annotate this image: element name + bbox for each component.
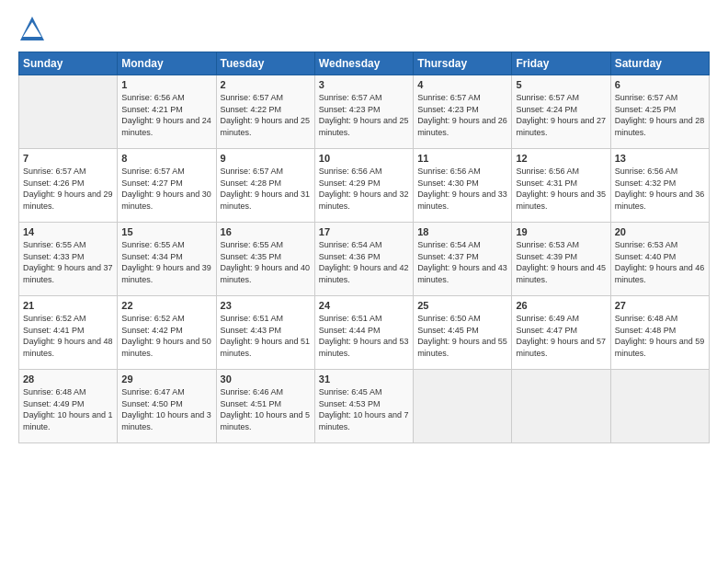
calendar-body: 1Sunrise: 6:56 AMSunset: 4:21 PMDaylight…: [19, 75, 710, 443]
header: [18, 15, 710, 42]
cell-inner: 2Sunrise: 6:57 AMSunset: 4:22 PMDaylight…: [221, 79, 311, 138]
cell-inner: 30Sunrise: 6:46 AMSunset: 4:51 PMDayligh…: [221, 373, 311, 432]
cell-info: Sunrise: 6:51 AMSunset: 4:44 PMDaylight:…: [319, 313, 409, 359]
calendar-cell: 29Sunrise: 6:47 AMSunset: 4:50 PMDayligh…: [118, 370, 216, 443]
cell-info: Sunrise: 6:54 AMSunset: 4:36 PMDaylight:…: [319, 239, 409, 285]
cell-info: Sunrise: 6:56 AMSunset: 4:29 PMDaylight:…: [319, 166, 409, 212]
cell-info: Sunrise: 6:54 AMSunset: 4:37 PMDaylight:…: [417, 239, 507, 285]
calendar-cell: 1Sunrise: 6:56 AMSunset: 4:21 PMDaylight…: [118, 75, 216, 149]
cell-info: Sunrise: 6:56 AMSunset: 4:30 PMDaylight:…: [417, 166, 507, 212]
cell-inner: 11Sunrise: 6:56 AMSunset: 4:30 PMDayligh…: [417, 153, 507, 212]
day-number: 4: [417, 79, 507, 90]
weekday-header-tuesday: Tuesday: [216, 52, 314, 75]
calendar-cell: [610, 370, 709, 443]
calendar-cell: 11Sunrise: 6:56 AMSunset: 4:30 PMDayligh…: [414, 149, 512, 223]
day-number: 30: [221, 373, 311, 385]
calendar-cell: 2Sunrise: 6:57 AMSunset: 4:22 PMDaylight…: [216, 75, 314, 149]
cell-info: Sunrise: 6:55 AMSunset: 4:35 PMDaylight:…: [221, 239, 311, 285]
calendar-table: SundayMondayTuesdayWednesdayThursdayFrid…: [18, 52, 710, 443]
cell-info: Sunrise: 6:47 AMSunset: 4:50 PMDaylight:…: [121, 386, 211, 432]
cell-info: Sunrise: 6:52 AMSunset: 4:41 PMDaylight:…: [23, 313, 113, 359]
calendar-cell: 23Sunrise: 6:51 AMSunset: 4:43 PMDayligh…: [216, 296, 314, 370]
calendar-cell: 13Sunrise: 6:56 AMSunset: 4:32 PMDayligh…: [610, 149, 709, 223]
cell-info: Sunrise: 6:48 AMSunset: 4:48 PMDaylight:…: [615, 313, 705, 359]
cell-inner: 31Sunrise: 6:45 AMSunset: 4:53 PMDayligh…: [319, 373, 409, 432]
day-number: 1: [121, 79, 211, 90]
cell-inner: 14Sunrise: 6:55 AMSunset: 4:33 PMDayligh…: [23, 226, 113, 285]
calendar-cell: [512, 370, 610, 443]
calendar-week-row: 7Sunrise: 6:57 AMSunset: 4:26 PMDaylight…: [19, 149, 710, 223]
cell-inner: 13Sunrise: 6:56 AMSunset: 4:32 PMDayligh…: [615, 153, 705, 212]
cell-inner: 29Sunrise: 6:47 AMSunset: 4:50 PMDayligh…: [121, 373, 211, 432]
day-number: 10: [319, 153, 409, 164]
calendar-cell: 18Sunrise: 6:54 AMSunset: 4:37 PMDayligh…: [414, 223, 512, 296]
weekday-header-monday: Monday: [118, 52, 216, 75]
calendar-cell: 4Sunrise: 6:57 AMSunset: 4:23 PMDaylight…: [414, 75, 512, 149]
calendar-header: SundayMondayTuesdayWednesdayThursdayFrid…: [19, 52, 710, 75]
calendar-cell: 9Sunrise: 6:57 AMSunset: 4:28 PMDaylight…: [216, 149, 314, 223]
calendar-cell: 19Sunrise: 6:53 AMSunset: 4:39 PMDayligh…: [512, 223, 610, 296]
weekday-header-sunday: Sunday: [19, 52, 118, 75]
cell-info: Sunrise: 6:55 AMSunset: 4:34 PMDaylight:…: [121, 239, 211, 285]
cell-inner: 10Sunrise: 6:56 AMSunset: 4:29 PMDayligh…: [319, 153, 409, 212]
cell-info: Sunrise: 6:45 AMSunset: 4:53 PMDaylight:…: [319, 386, 409, 432]
calendar-cell: 27Sunrise: 6:48 AMSunset: 4:48 PMDayligh…: [610, 296, 709, 370]
day-number: 16: [221, 226, 311, 237]
day-number: 13: [615, 153, 705, 164]
day-number: 7: [23, 153, 113, 164]
cell-info: Sunrise: 6:53 AMSunset: 4:39 PMDaylight:…: [516, 239, 606, 285]
cell-inner: 21Sunrise: 6:52 AMSunset: 4:41 PMDayligh…: [23, 300, 113, 359]
calendar-cell: 12Sunrise: 6:56 AMSunset: 4:31 PMDayligh…: [512, 149, 610, 223]
calendar-cell: 17Sunrise: 6:54 AMSunset: 4:36 PMDayligh…: [314, 223, 413, 296]
calendar-cell: [19, 75, 118, 149]
calendar-cell: 28Sunrise: 6:48 AMSunset: 4:49 PMDayligh…: [19, 370, 118, 443]
calendar-cell: 30Sunrise: 6:46 AMSunset: 4:51 PMDayligh…: [216, 370, 314, 443]
day-number: 29: [121, 373, 211, 385]
calendar-cell: 3Sunrise: 6:57 AMSunset: 4:23 PMDaylight…: [314, 75, 413, 149]
cell-inner: 18Sunrise: 6:54 AMSunset: 4:37 PMDayligh…: [417, 226, 507, 285]
cell-info: Sunrise: 6:57 AMSunset: 4:24 PMDaylight:…: [516, 92, 606, 138]
cell-info: Sunrise: 6:57 AMSunset: 4:22 PMDaylight:…: [221, 92, 311, 138]
calendar-cell: 16Sunrise: 6:55 AMSunset: 4:35 PMDayligh…: [216, 223, 314, 296]
day-number: 6: [615, 79, 705, 90]
cell-info: Sunrise: 6:57 AMSunset: 4:28 PMDaylight:…: [221, 166, 311, 212]
day-number: 17: [319, 226, 409, 237]
day-number: 18: [417, 226, 507, 237]
cell-info: Sunrise: 6:56 AMSunset: 4:31 PMDaylight:…: [516, 166, 606, 212]
calendar-week-row: 14Sunrise: 6:55 AMSunset: 4:33 PMDayligh…: [19, 223, 710, 296]
calendar-cell: 20Sunrise: 6:53 AMSunset: 4:40 PMDayligh…: [610, 223, 709, 296]
calendar-cell: 6Sunrise: 6:57 AMSunset: 4:25 PMDaylight…: [610, 75, 709, 149]
calendar-week-row: 1Sunrise: 6:56 AMSunset: 4:21 PMDaylight…: [19, 75, 710, 149]
day-number: 5: [516, 79, 606, 90]
calendar-cell: 15Sunrise: 6:55 AMSunset: 4:34 PMDayligh…: [118, 223, 216, 296]
calendar-cell: 8Sunrise: 6:57 AMSunset: 4:27 PMDaylight…: [118, 149, 216, 223]
day-number: 8: [121, 153, 211, 164]
calendar-week-row: 21Sunrise: 6:52 AMSunset: 4:41 PMDayligh…: [19, 296, 710, 370]
cell-inner: 1Sunrise: 6:56 AMSunset: 4:21 PMDaylight…: [121, 79, 211, 138]
cell-inner: 16Sunrise: 6:55 AMSunset: 4:35 PMDayligh…: [221, 226, 311, 285]
day-number: 12: [516, 153, 606, 164]
cell-info: Sunrise: 6:56 AMSunset: 4:32 PMDaylight:…: [615, 166, 705, 212]
cell-info: Sunrise: 6:57 AMSunset: 4:23 PMDaylight:…: [319, 92, 409, 138]
cell-inner: 22Sunrise: 6:52 AMSunset: 4:42 PMDayligh…: [121, 300, 211, 359]
cell-inner: 28Sunrise: 6:48 AMSunset: 4:49 PMDayligh…: [23, 373, 113, 432]
weekday-header-friday: Friday: [512, 52, 610, 75]
calendar-cell: 14Sunrise: 6:55 AMSunset: 4:33 PMDayligh…: [19, 223, 118, 296]
cell-inner: 24Sunrise: 6:51 AMSunset: 4:44 PMDayligh…: [319, 300, 409, 359]
cell-info: Sunrise: 6:53 AMSunset: 4:40 PMDaylight:…: [615, 239, 705, 285]
weekday-header-wednesday: Wednesday: [314, 52, 413, 75]
day-number: 28: [23, 373, 113, 385]
calendar-cell: 26Sunrise: 6:49 AMSunset: 4:47 PMDayligh…: [512, 296, 610, 370]
calendar-cell: 25Sunrise: 6:50 AMSunset: 4:45 PMDayligh…: [414, 296, 512, 370]
day-number: 15: [121, 226, 211, 237]
page: SundayMondayTuesdayWednesdayThursdayFrid…: [0, 0, 728, 563]
cell-info: Sunrise: 6:49 AMSunset: 4:47 PMDaylight:…: [516, 313, 606, 359]
cell-info: Sunrise: 6:57 AMSunset: 4:27 PMDaylight:…: [121, 166, 211, 212]
cell-inner: 8Sunrise: 6:57 AMSunset: 4:27 PMDaylight…: [121, 153, 211, 212]
cell-info: Sunrise: 6:56 AMSunset: 4:21 PMDaylight:…: [121, 92, 211, 138]
calendar-cell: 7Sunrise: 6:57 AMSunset: 4:26 PMDaylight…: [19, 149, 118, 223]
day-number: 9: [221, 153, 311, 164]
cell-inner: 4Sunrise: 6:57 AMSunset: 4:23 PMDaylight…: [417, 79, 507, 138]
calendar-cell: 21Sunrise: 6:52 AMSunset: 4:41 PMDayligh…: [19, 296, 118, 370]
day-number: 2: [221, 79, 311, 90]
